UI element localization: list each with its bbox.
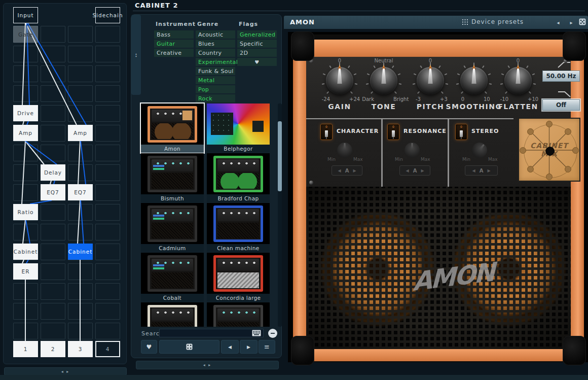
preset-tile-bismuth[interactable]: Bismuth (141, 153, 204, 202)
node-cabinet-2-active[interactable]: Cabinet (68, 244, 93, 260)
grid-cell[interactable] (95, 145, 120, 161)
grid-cell[interactable] (95, 26, 120, 43)
pad-node[interactable] (527, 128, 534, 135)
resonance-toggle-switch[interactable]: 0 I (387, 124, 399, 140)
preset-tile-partial-1[interactable] (141, 302, 204, 327)
filter-item-blues[interactable]: Blues (196, 40, 235, 48)
previous-preset-button[interactable]: ◀ (221, 340, 239, 354)
grid-cell[interactable] (95, 105, 120, 122)
grid-cell[interactable] (95, 125, 120, 142)
device-random-button[interactable] (579, 18, 586, 25)
node-output-2[interactable]: 2 (41, 341, 65, 357)
search-clear-button[interactable] (268, 329, 277, 338)
grid-cell[interactable] (13, 224, 38, 240)
pad-node[interactable] (565, 128, 571, 135)
grid-cell[interactable] (13, 283, 38, 300)
ab-next-icon[interactable]: ▶ (353, 168, 356, 173)
grid-cell[interactable] (13, 46, 38, 62)
ab-prev-icon[interactable]: ◀ (472, 168, 475, 173)
filter-item-acoustic[interactable]: Acoustic (196, 30, 235, 39)
grid-cell[interactable] (68, 283, 93, 300)
resonance-ab-selector[interactable]: ◀ A ▶ (399, 165, 430, 176)
grid-cell[interactable] (41, 85, 65, 102)
flatten-knob[interactable]: 0 -10 +10 FLATTEN (495, 57, 541, 114)
ab-prev-icon[interactable]: ◀ (406, 168, 409, 173)
stereo-toggle-switch[interactable]: 0 I (455, 124, 467, 140)
grid-cell[interactable] (68, 164, 93, 181)
grid-cell[interactable] (68, 65, 93, 82)
node-input[interactable]: Input (13, 7, 38, 23)
preset-tile-clean-machine[interactable]: Clean machine (207, 203, 270, 252)
preset-tile-bradford-chap[interactable]: Bradford Chap (207, 153, 270, 202)
ab-prev-icon[interactable]: ◀ (338, 168, 341, 173)
grid-cell[interactable] (13, 323, 38, 339)
character-knob[interactable] (337, 143, 352, 158)
grid-cell[interactable] (68, 145, 93, 161)
stereo-knob[interactable] (469, 140, 490, 161)
filter-item-rock[interactable]: Rock (196, 94, 235, 102)
character-ab-selector[interactable]: ◀ A ▶ (332, 165, 362, 176)
grid-cell[interactable] (95, 224, 120, 240)
filter-item-experimental[interactable]: Experimental (196, 58, 235, 66)
grid-cell[interactable] (41, 65, 65, 82)
keyboard-icon[interactable] (252, 330, 261, 336)
preset-tile-cobalt[interactable]: Cobalt (141, 253, 204, 302)
node-ratio[interactable]: Ratio (13, 204, 38, 220)
grid-cell[interactable] (95, 303, 120, 320)
filter-item-2d[interactable]: 2D (237, 49, 277, 57)
node-cabinet-1[interactable]: Cabinet (13, 244, 38, 260)
grid-cell[interactable] (41, 224, 65, 240)
filter-item-favorites-heart-icon[interactable]: ♥ (237, 58, 277, 66)
resonance-knob[interactable] (405, 143, 420, 158)
preset-menu-button[interactable]: ≡ (259, 340, 275, 354)
grid-cell[interactable] (41, 46, 65, 62)
grid-cell[interactable] (68, 323, 93, 339)
node-output-3[interactable]: 3 (68, 341, 93, 357)
grid-cell[interactable] (68, 26, 93, 43)
preset-tile-amon[interactable]: Amon (141, 103, 204, 153)
filter-collapse-handle[interactable]: ▴ ▾ (131, 15, 141, 95)
node-amp-1[interactable]: Amp (13, 125, 38, 141)
highpass-frequency-field[interactable]: 50.00 Hz (542, 71, 580, 82)
node-eq7-2[interactable]: EQ7 (68, 184, 93, 200)
browser-resize-bar[interactable]: ◂ ▸ (136, 361, 279, 369)
grid-cell[interactable] (41, 145, 65, 161)
node-sidechain[interactable]: Sidechain (95, 7, 120, 23)
filter-item-specific[interactable]: Specific (237, 40, 277, 48)
node-er[interactable]: ER (13, 263, 38, 280)
favorite-button[interactable]: ♥ (141, 340, 157, 354)
pad-node[interactable] (527, 166, 534, 172)
grid-cell[interactable] (13, 184, 38, 201)
grid-cell[interactable] (68, 46, 93, 62)
grid-cell[interactable] (68, 263, 93, 280)
pad-node[interactable] (546, 121, 553, 127)
grid-cell[interactable] (68, 204, 93, 221)
grid-cell[interactable] (13, 145, 38, 161)
search-input[interactable] (159, 329, 264, 337)
grid-cell[interactable] (95, 164, 120, 181)
pad-node[interactable] (565, 166, 571, 172)
grid-cell[interactable] (68, 303, 93, 320)
filter-item-guitar[interactable]: Guitar (154, 40, 194, 48)
grid-cell[interactable] (41, 244, 65, 260)
grid-cell[interactable] (41, 283, 65, 300)
device-next-button[interactable]: ▸ (566, 18, 577, 27)
ab-next-icon[interactable]: ▶ (487, 168, 490, 173)
grid-cell[interactable] (41, 125, 65, 142)
grid-cell[interactable] (95, 283, 120, 300)
preset-tile-belphegor[interactable]: Belphegor (207, 103, 270, 153)
node-gate-ghost[interactable]: Gate (13, 26, 38, 43)
grid-cell[interactable] (95, 184, 120, 201)
node-eq7-1[interactable]: EQ7 (41, 184, 65, 200)
filter-item-generalized[interactable]: Generalized (237, 30, 277, 39)
character-toggle-switch[interactable]: 0 I (320, 124, 333, 140)
pad-cursor[interactable] (545, 147, 555, 156)
preset-scrollbar-thumb[interactable] (278, 121, 282, 191)
grid-cell[interactable] (95, 244, 120, 260)
node-drive[interactable]: Drive (13, 105, 38, 121)
device-previous-button[interactable]: ◂ (553, 18, 564, 27)
node-delay[interactable]: Delay (41, 164, 65, 181)
grid-cell[interactable] (41, 204, 65, 221)
grid-cell[interactable] (41, 323, 65, 339)
grid-cell[interactable] (95, 323, 120, 339)
